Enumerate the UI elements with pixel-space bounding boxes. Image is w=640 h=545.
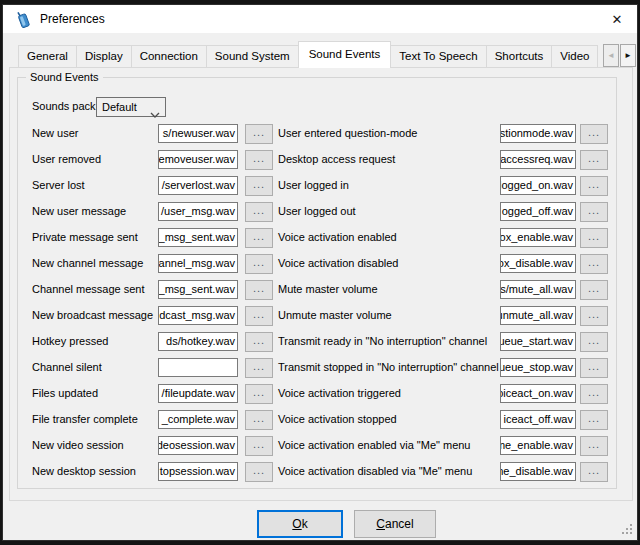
browse-button[interactable]: ... <box>580 280 608 300</box>
sound-event-row: User logged inlogged_on.wav... <box>3 176 639 196</box>
browse-button[interactable]: ... <box>580 436 608 456</box>
sound-event-row: Transmit ready in "No interruption" chan… <box>3 332 639 352</box>
chevron-down-icon <box>150 105 160 123</box>
sound-event-row: User entered question-modestionmode.wav.… <box>3 124 639 144</box>
sound-event-label: Voice activation enabled <box>278 231 397 243</box>
tab-sound-system[interactable]: Sound System <box>206 45 299 68</box>
sound-event-row: Voice activation disabledox_disable.wav.… <box>3 254 639 274</box>
sound-file-value: ox_enable.wav <box>500 231 573 243</box>
tab-scroll-right-icon[interactable]: ► <box>620 44 636 67</box>
sound-event-row: Voice activation disabled via "Me" menum… <box>3 462 639 482</box>
browse-button[interactable]: ... <box>580 332 608 352</box>
sound-event-row: User logged outogged_off.wav... <box>3 202 639 222</box>
sounds-pack-value: Default <box>102 101 137 113</box>
browse-button[interactable]: ... <box>580 384 608 404</box>
sound-event-label: Mute master volume <box>278 283 378 295</box>
sound-event-row: Mute master volumes/mute_all.wav... <box>3 280 639 300</box>
sound-file-value: me_disable.wav <box>500 465 573 477</box>
sound-event-label: User logged out <box>278 205 356 217</box>
tab-strip: GeneralDisplayConnectionSound SystemSoun… <box>18 41 637 68</box>
ok-button[interactable]: Ok <box>257 510 343 538</box>
browse-button[interactable]: ... <box>580 410 608 430</box>
sound-event-label: User logged in <box>278 179 349 191</box>
sound-file-input[interactable]: me_disable.wav <box>500 462 576 481</box>
sounds-pack-label: Sounds pack <box>32 100 96 112</box>
sound-event-label: Unmute master volume <box>278 309 392 321</box>
sound-file-input[interactable]: unmute_all.wav <box>500 306 576 325</box>
sound-file-value: accessreq.wav <box>500 153 573 165</box>
cancel-button-label: Cancel <box>376 517 413 531</box>
sound-file-value: ogged_off.wav <box>502 205 573 217</box>
sound-event-row: Voice activation triggeredoiceact_on.wav… <box>3 384 639 404</box>
browse-button[interactable]: ... <box>580 358 608 378</box>
tab-connection[interactable]: Connection <box>131 45 207 68</box>
sound-file-input[interactable]: oiceact_on.wav <box>500 384 576 403</box>
tab-sound-events[interactable]: Sound Events <box>298 41 392 68</box>
tab-video[interactable]: Video <box>551 45 598 68</box>
sound-file-input[interactable]: stionmode.wav <box>500 124 576 143</box>
browse-button[interactable]: ... <box>580 254 608 274</box>
preferences-dialog: Preferences ✕ GeneralDisplayConnectionSo… <box>2 4 638 541</box>
sound-file-value: logged_on.wav <box>500 179 573 191</box>
tab-general[interactable]: General <box>18 45 77 68</box>
sound-file-value: stionmode.wav <box>500 127 573 139</box>
sound-event-row: Voice activation enabledox_enable.wav... <box>3 228 639 248</box>
sound-event-label: Voice activation disabled <box>278 257 398 269</box>
resize-grip[interactable] <box>630 532 632 534</box>
sound-file-input[interactable]: ueue_stop.wav <box>500 358 576 377</box>
sound-event-row: Transmit stopped in "No interruption" ch… <box>3 358 639 378</box>
sound-event-label: Desktop access request <box>278 153 395 165</box>
sound-event-row: Voice activation enabled via "Me" menume… <box>3 436 639 456</box>
browse-button[interactable]: ... <box>580 202 608 222</box>
cancel-button[interactable]: Cancel <box>354 510 436 538</box>
browse-button[interactable]: ... <box>580 462 608 482</box>
tab-text-to-speech[interactable]: Text To Speech <box>390 45 486 68</box>
sound-file-input[interactable]: s/mute_all.wav <box>500 280 576 299</box>
sound-event-row: Desktop access requestaccessreq.wav... <box>3 150 639 170</box>
sound-file-input[interactable]: me_enable.wav <box>500 436 576 455</box>
sound-file-input[interactable]: accessreq.wav <box>500 150 576 169</box>
sound-file-value: s/mute_all.wav <box>500 283 573 295</box>
sound-file-value: unmute_all.wav <box>500 309 573 321</box>
sound-event-label: Transmit stopped in "No interruption" ch… <box>278 361 499 373</box>
ok-button-label: Ok <box>292 517 307 531</box>
sound-event-label: Voice activation triggered <box>278 387 401 399</box>
browse-button[interactable]: ... <box>580 176 608 196</box>
sound-file-input[interactable]: ox_disable.wav <box>500 254 576 273</box>
sound-event-label: Transmit ready in "No interruption" chan… <box>278 335 487 347</box>
browse-button[interactable]: ... <box>580 150 608 170</box>
browse-button[interactable]: ... <box>580 124 608 144</box>
browse-button[interactable]: ... <box>580 228 608 248</box>
window-title: Preferences <box>40 5 105 33</box>
close-icon[interactable]: ✕ <box>605 9 629 29</box>
titlebar[interactable]: Preferences ✕ <box>3 5 637 33</box>
sound-event-label: User entered question-mode <box>278 127 417 139</box>
sound-file-input[interactable]: ox_enable.wav <box>500 228 576 247</box>
sound-file-input[interactable]: ogged_off.wav <box>500 202 576 221</box>
sound-file-value: ox_disable.wav <box>500 257 573 269</box>
browse-button[interactable]: ... <box>580 306 608 326</box>
sound-file-input[interactable]: iceact_off.wav <box>500 410 576 429</box>
sound-file-input[interactable]: ueue_start.wav <box>500 332 576 351</box>
sound-file-value: oiceact_on.wav <box>500 387 573 399</box>
app-logo-icon <box>15 10 32 29</box>
sound-event-label: Voice activation stopped <box>278 413 397 425</box>
sound-file-input[interactable]: logged_on.wav <box>500 176 576 195</box>
sound-file-value: iceact_off.wav <box>503 413 573 425</box>
sound-file-value: ueue_stop.wav <box>500 361 573 373</box>
sound-event-label: Voice activation enabled via "Me" menu <box>278 439 470 451</box>
sound-event-row: Unmute master volumeunmute_all.wav... <box>3 306 639 326</box>
tab-display[interactable]: Display <box>76 45 132 68</box>
sounds-pack-select[interactable]: Default <box>96 97 166 117</box>
sound-event-label: Voice activation disabled via "Me" menu <box>278 465 472 477</box>
tab-shortcuts[interactable]: Shortcuts <box>486 45 553 68</box>
groupbox-title: Sound Events <box>26 70 103 84</box>
sound-file-value: me_enable.wav <box>500 439 573 451</box>
sound-event-row: Voice activation stoppediceact_off.wav..… <box>3 410 639 430</box>
tab-scroll-left-icon[interactable]: ◄ <box>603 44 619 67</box>
sound-file-value: ueue_start.wav <box>500 335 573 347</box>
